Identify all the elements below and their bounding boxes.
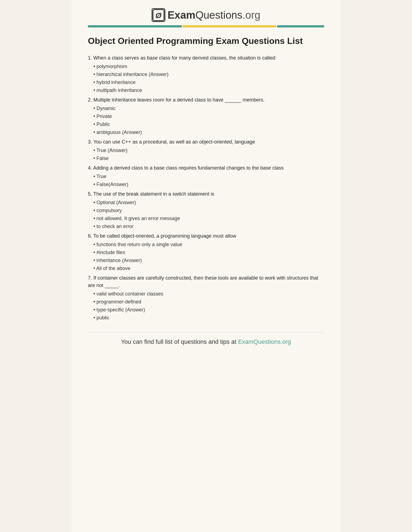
options-list-7: valid without container classesprogramme… xyxy=(93,290,324,322)
options-list-4: TrueFalse(Answer) xyxy=(93,173,324,188)
question-item-7: 7. If container classes are carefully co… xyxy=(88,274,324,322)
options-list-3: True (Answer)False xyxy=(93,147,324,162)
question-text-2: 2. Multiple inheritance leaves room for … xyxy=(88,96,324,104)
logo-questions: Questions xyxy=(195,9,242,21)
options-list-2: DynamicPrivatePublicambiguous (Answer) xyxy=(93,105,324,136)
svg-text:Ø: Ø xyxy=(155,11,162,20)
question-item-3: 3. You can use C++ as a procedural, as w… xyxy=(88,138,324,162)
logo-exam: Exam xyxy=(168,9,195,21)
question-item-6: 6. To be called object-oriented, a progr… xyxy=(88,232,324,272)
options-list-1: polymorphismhierarchical inheritance (An… xyxy=(93,63,324,94)
page-container: Ø ExamQuestions.org Object Oriented Prog… xyxy=(71,0,341,532)
option-item-7-4: public xyxy=(93,314,324,322)
option-item-5-1: Optional (Answer) xyxy=(93,199,324,206)
divider-seg2 xyxy=(183,25,277,27)
option-item-5-2: compulsory xyxy=(93,207,324,214)
logo-text: ExamQuestions.org xyxy=(168,9,260,21)
question-item-2: 2. Multiple inheritance leaves room for … xyxy=(88,96,324,136)
option-item-5-3: not allowed. It gives an error message xyxy=(93,215,324,222)
option-item-7-2: programmer-defined xyxy=(93,298,324,306)
option-item-3-2: False xyxy=(93,155,324,162)
option-item-3-1: True (Answer) xyxy=(93,147,324,154)
footer: You can find full list of questions and … xyxy=(88,333,324,345)
question-text-7: 7. If container classes are carefully co… xyxy=(88,274,324,289)
option-item-2-3: Public xyxy=(93,121,324,128)
option-item-2-1: Dynamic xyxy=(93,105,324,112)
option-item-1-2: hierarchical inheritance (Answer) xyxy=(93,71,324,78)
option-item-6-2: #include files xyxy=(93,249,324,256)
logo-org: .org xyxy=(243,9,260,21)
option-item-6-4: All of the above xyxy=(93,265,324,272)
option-item-6-1: functions that return only a single valu… xyxy=(93,241,324,248)
header: Ø ExamQuestions.org xyxy=(88,8,324,27)
option-item-7-3: type-specific (Answer) xyxy=(93,306,324,314)
option-item-7-1: valid without container classes xyxy=(93,290,324,298)
options-list-6: functions that return only a single valu… xyxy=(93,241,324,272)
option-item-4-2: False(Answer) xyxy=(93,181,324,188)
divider-bar xyxy=(88,25,324,27)
divider-seg3 xyxy=(277,25,324,27)
question-text-3: 3. You can use C++ as a procedural, as w… xyxy=(88,138,324,146)
option-item-5-4: to check an error xyxy=(93,223,324,230)
question-text-5: 5. The use of the break statement in a s… xyxy=(88,190,324,198)
option-item-2-2: Private xyxy=(93,113,324,120)
footer-link[interactable]: ExamQuestions.org xyxy=(238,338,291,345)
divider-seg1 xyxy=(88,25,182,27)
option-item-4-1: True xyxy=(93,173,324,180)
page-title: Object Oriented Programming Exam Questio… xyxy=(88,36,324,46)
question-text-1: 1. When a class serves as base class for… xyxy=(88,54,324,62)
logo-icon: Ø xyxy=(152,8,165,22)
question-item-1: 1. When a class serves as base class for… xyxy=(88,54,324,94)
option-item-1-3: hybrid inheritance xyxy=(93,79,324,86)
footer-text: You can find full list of questions and … xyxy=(121,338,238,345)
question-text-6: 6. To be called object-oriented, a progr… xyxy=(88,232,324,240)
option-item-6-3: inheritance (Answer) xyxy=(93,257,324,264)
option-item-1-1: polymorphism xyxy=(93,63,324,70)
question-item-5: 5. The use of the break statement in a s… xyxy=(88,190,324,230)
logo-container: Ø ExamQuestions.org xyxy=(88,8,324,22)
questions-list: 1. When a class serves as base class for… xyxy=(88,54,324,322)
option-item-1-4: multipath inheritance xyxy=(93,87,324,94)
question-text-4: 4. Adding a derived class to a base clas… xyxy=(88,164,324,172)
options-list-5: Optional (Answer)compulsorynot allowed. … xyxy=(93,199,324,230)
option-item-2-4: ambiguous (Answer) xyxy=(93,129,324,136)
question-item-4: 4. Adding a derived class to a base clas… xyxy=(88,164,324,188)
